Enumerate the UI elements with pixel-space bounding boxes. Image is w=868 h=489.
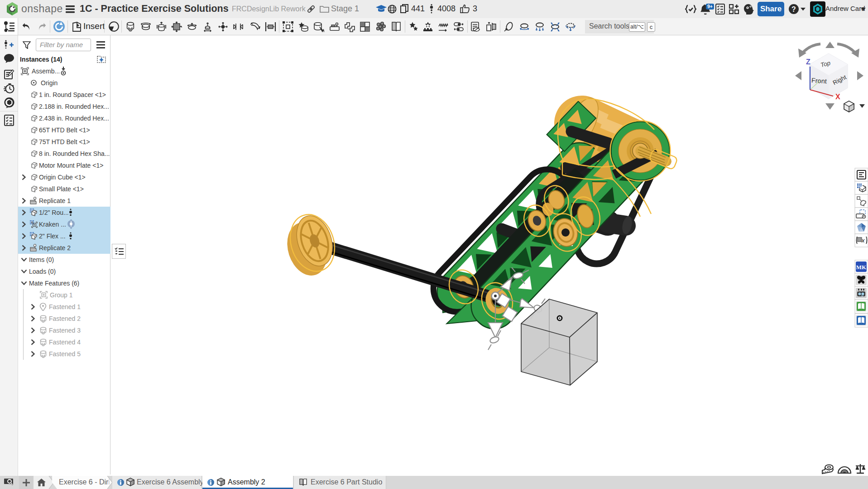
svg-text:X: X [835, 93, 840, 101]
svg-text:Front: Front [811, 77, 827, 85]
svg-text:?: ? [791, 5, 796, 13]
svg-text:x: x [861, 237, 865, 244]
svg-text:MK: MK [856, 264, 867, 271]
svg-text:Z: Z [806, 58, 810, 66]
svg-text:9+: 9+ [707, 4, 713, 9]
